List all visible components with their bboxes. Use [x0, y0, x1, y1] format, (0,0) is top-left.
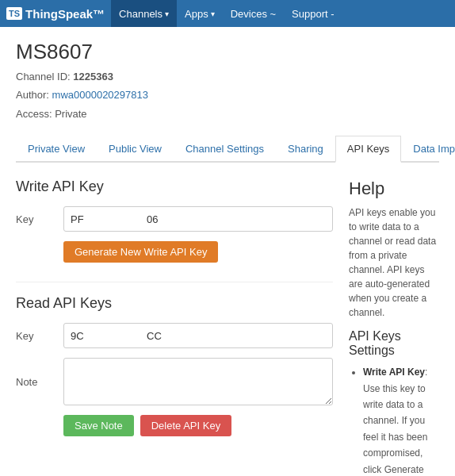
read-key-row: Key	[16, 323, 333, 348]
write-api-section: Write API Key Key Generate New Write API…	[16, 178, 333, 263]
apps-caret: ▾	[211, 10, 215, 18]
tab-data-import-export[interactable]: Data Import / Export	[401, 136, 455, 163]
nav-channels[interactable]: Channels ▾	[111, 0, 177, 27]
read-note-row: Note	[16, 358, 333, 405]
settings-item-write: Write API Key: Use this key to write dat…	[363, 364, 439, 476]
api-keys-settings-list: Write API Key: Use this key to write dat…	[349, 364, 439, 476]
generate-write-key-button[interactable]: Generate New Write API Key	[63, 241, 218, 263]
read-api-section: Read API Keys Key Note Save Note Delete …	[16, 295, 333, 436]
access-value: Private	[55, 108, 86, 120]
delete-api-key-button[interactable]: Delete API Key	[140, 415, 231, 436]
write-api-title: Write API Key	[16, 178, 333, 195]
tab-channel-settings[interactable]: Channel Settings	[174, 136, 276, 163]
read-note-textarea[interactable]	[63, 358, 333, 405]
channels-caret: ▾	[165, 10, 169, 18]
tab-sharing[interactable]: Sharing	[276, 136, 335, 163]
help-intro: API keys enable you to write data to a c…	[349, 205, 439, 320]
api-keys-settings-title: API Keys Settings	[349, 329, 439, 358]
brand-icon: TS	[6, 7, 22, 20]
channel-id-value: 1225363	[73, 71, 113, 83]
access-label: Access:	[16, 108, 52, 120]
save-note-button[interactable]: Save Note	[63, 415, 134, 436]
author-link[interactable]: mwa0000020297813	[52, 89, 148, 101]
main-layout: Write API Key Key Generate New Write API…	[16, 178, 439, 476]
tab-private-view[interactable]: Private View	[16, 136, 97, 163]
tab-api-keys[interactable]: API Keys	[335, 136, 401, 163]
settings-write-term: Write API Key	[363, 367, 425, 378]
channel-id-label: Channel ID:	[16, 71, 71, 83]
help-title: Help	[349, 178, 439, 199]
write-key-row: Key	[16, 206, 333, 232]
read-key-label: Key	[16, 330, 63, 342]
read-key-input[interactable]	[63, 323, 333, 348]
write-key-input[interactable]	[63, 206, 333, 232]
navbar: TS ThingSpeak™ Channels ▾ Apps ▾ Devices…	[0, 0, 455, 27]
right-column: Help API keys enable you to write data t…	[349, 178, 439, 476]
left-column: Write API Key Key Generate New Write API…	[16, 178, 333, 476]
tabs-bar: Private View Public View Channel Setting…	[16, 136, 439, 163]
nav-devices[interactable]: Devices ~	[223, 0, 284, 27]
settings-write-desc: Use this key to write data to a channel.…	[363, 383, 427, 476]
nav-support[interactable]: Support -	[284, 0, 342, 27]
nav-apps[interactable]: Apps ▾	[177, 0, 223, 27]
page-title: MS8607	[16, 40, 439, 64]
read-api-buttons: Save Note Delete API Key	[63, 415, 333, 436]
author-label: Author:	[16, 89, 49, 101]
tab-public-view[interactable]: Public View	[97, 136, 174, 163]
page-meta: Channel ID: 1225363 Author: mwa000002029…	[16, 67, 439, 123]
read-api-title: Read API Keys	[16, 295, 333, 312]
brand-logo[interactable]: TS ThingSpeak™	[6, 7, 105, 21]
page-content: MS8607 Channel ID: 1225363 Author: mwa00…	[0, 27, 455, 476]
write-key-label: Key	[16, 213, 63, 225]
read-note-label: Note	[16, 376, 63, 388]
brand-name: ThingSpeak™	[25, 7, 105, 21]
